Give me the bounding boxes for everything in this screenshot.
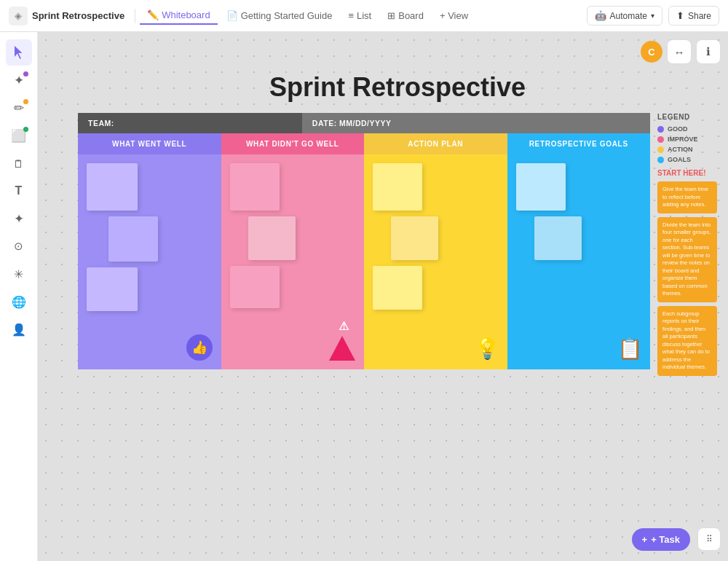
fit-view-button[interactable]: ↔ <box>667 39 692 64</box>
sticky-note[interactable] <box>248 216 296 260</box>
instruction-2: Divide the team into four smaller groups… <box>657 217 717 302</box>
sidebar-item-text[interactable]: T <box>6 178 32 204</box>
doc-icon: 📄 <box>226 10 238 21</box>
sidebar-item-nodes[interactable]: ⊙ <box>6 233 32 259</box>
task-button[interactable]: + + Task <box>632 528 690 551</box>
board-table: TEAM: DATE: MM/DD/YYYY WHAT WENT WELL WH… <box>78 113 650 376</box>
nav-divider-1 <box>135 9 135 23</box>
col-body-yellow: 💡 <box>364 154 507 369</box>
col-header-action: ACTION PLAN <box>364 133 507 154</box>
pencil-icon: ✏ <box>14 101 24 116</box>
automate-label: Automate <box>610 11 647 21</box>
info-button[interactable]: ℹ <box>696 39 721 64</box>
tab-getting-started-label: Getting Started Guide <box>241 10 333 21</box>
tab-whiteboard-label: Whiteboard <box>162 9 210 20</box>
info-icon: ℹ <box>706 45 711 58</box>
tab-view-label: + View <box>440 10 468 21</box>
fit-view-icon: ↔ <box>674 46 685 58</box>
board-icon: ⊞ <box>387 10 395 21</box>
goals-label: GOALS <box>668 156 691 163</box>
spark2-icon: ✦ <box>14 211 24 227</box>
sidebar-item-sticky[interactable]: 🗒 <box>6 150 32 176</box>
tab-getting-started[interactable]: 📄 Getting Started Guide <box>219 7 340 24</box>
thumbs-up-icon: 👍 <box>186 334 213 361</box>
nav-right: 🤖 Automate ▾ ⬆ Share <box>587 6 719 26</box>
share-label: Share <box>688 11 711 21</box>
sidebar-item-globe[interactable]: 🌐 <box>6 289 32 315</box>
good-label: GOOD <box>668 125 688 133</box>
plus-icon: + <box>642 534 648 545</box>
sidebar-item-pencil[interactable]: ✏ <box>6 95 32 121</box>
whiteboard-content: Sprint Retrospective TEAM: DATE: MM/DD/Y… <box>78 72 717 525</box>
sticky-note[interactable] <box>230 163 280 211</box>
sticky-note[interactable] <box>87 267 138 311</box>
tab-board[interactable]: ⊞ Board <box>380 7 431 24</box>
sidebar: ✦ ✏ ⬜ 🗒 T ✦ ⊙ ✳ 🌐 👤 <box>0 32 38 561</box>
tab-board-label: Board <box>398 10 424 21</box>
share-button[interactable]: ⬆ Share <box>668 6 719 26</box>
automate-button[interactable]: 🤖 Automate ▾ <box>587 6 662 26</box>
documents-icon: 📋 <box>617 337 643 361</box>
tab-whiteboard[interactable]: ✏️ Whiteboard <box>140 7 217 25</box>
board-area: TEAM: DATE: MM/DD/YYYY WHAT WENT WELL WH… <box>78 113 717 376</box>
col-body-purple: 👍 <box>78 154 221 369</box>
sticky-icon: 🗒 <box>13 157 24 170</box>
cursor-icon <box>12 46 25 59</box>
sticky-note[interactable] <box>373 266 422 310</box>
text-icon: T <box>15 184 23 197</box>
top-right-tools: C ↔ ℹ <box>641 39 721 64</box>
sidebar-item-asterisk[interactable]: ✳ <box>6 261 32 287</box>
sidebar-item-sparkle[interactable]: ✦ <box>6 67 32 93</box>
goals-dot <box>657 157 664 163</box>
asterisk-icon: ✳ <box>14 267 23 281</box>
action-dot <box>657 146 664 153</box>
action-label: ACTION <box>668 146 693 153</box>
sidebar-item-person[interactable]: 👤 <box>6 316 32 342</box>
improve-dot <box>657 136 664 143</box>
column-bodies: 👍 ⚠ <box>78 154 650 369</box>
tab-view[interactable]: + View <box>432 7 475 24</box>
automate-icon: 🤖 <box>595 10 606 21</box>
sticky-note[interactable] <box>516 163 566 211</box>
warning-icon: ⚠ <box>329 336 355 361</box>
sticky-note[interactable] <box>391 216 438 260</box>
whiteboard-icon: ✏️ <box>147 9 159 20</box>
sticky-note[interactable] <box>87 163 138 211</box>
nav-logo: ◈ Sprint Retrospective <box>9 7 124 26</box>
project-name: Sprint Retrospective <box>32 10 124 21</box>
sticky-note[interactable] <box>534 216 582 260</box>
column-headers: WHAT WENT WELL WHAT DIDN'T GO WELL ACTIO… <box>78 133 650 154</box>
sticky-note[interactable] <box>373 163 422 211</box>
good-dot <box>657 126 664 133</box>
sparkle-icon: ✦ <box>14 73 24 88</box>
improve-label: IMPROVE <box>668 136 698 143</box>
legend-item-action: ACTION <box>657 146 717 153</box>
legend-item-goals: GOALS <box>657 156 717 163</box>
col-header-didnt-go: WHAT DIDN'T GO WELL <box>221 133 365 154</box>
sticky-note[interactable] <box>108 216 158 262</box>
instruction-3: Each subgroup reports on their findings,… <box>657 306 717 376</box>
grid-button[interactable]: ⠿ <box>697 527 721 551</box>
task-label: + Task <box>651 534 680 545</box>
grid-icon: ⠿ <box>706 534 713 544</box>
col-body-pink: ⚠ <box>221 154 365 369</box>
sticky-note[interactable] <box>230 266 280 308</box>
share-icon: ⬆ <box>676 10 684 21</box>
person-icon: 👤 <box>12 323 26 337</box>
sidebar-item-shapes[interactable]: ⬜ <box>6 122 32 149</box>
main-canvas[interactable]: C ↔ ℹ Sprint Retrospective TEAM: DATE: M… <box>38 32 728 561</box>
pencil-dot <box>23 99 28 104</box>
sidebar-item-spark2[interactable]: ✦ <box>6 205 32 232</box>
nodes-icon: ⊙ <box>14 240 23 253</box>
sidebar-item-cursor[interactable] <box>6 39 32 66</box>
board-title: Sprint Retrospective <box>78 72 717 103</box>
lightbulb-icon: 💡 <box>475 337 500 361</box>
tab-list[interactable]: ≡ List <box>341 7 379 24</box>
tab-list-label: List <box>357 10 371 21</box>
meta-row: TEAM: DATE: MM/DD/YYYY <box>78 113 650 133</box>
list-icon: ≡ <box>348 10 354 21</box>
automate-chevron-icon: ▾ <box>651 12 654 20</box>
app-icon: ◈ <box>9 7 28 26</box>
avatar-c: C <box>641 41 662 63</box>
start-here-label: START HERE! <box>657 169 717 177</box>
